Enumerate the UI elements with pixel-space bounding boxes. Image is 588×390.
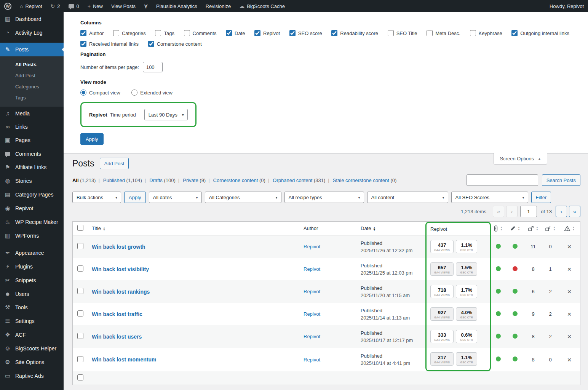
column-toggle[interactable]: Repivot <box>254 30 280 36</box>
post-title-link[interactable]: Win back lost visibility <box>92 266 149 272</box>
column-toggle[interactable]: Outgoing internal links <box>511 30 569 36</box>
column-checkbox[interactable] <box>427 30 433 36</box>
sidebar-item-repivot[interactable]: ◉Repivot <box>0 201 64 215</box>
not-cornerstone-icon[interactable]: × <box>567 332 571 340</box>
filter-published[interactable]: Published (1,104) <box>96 177 142 183</box>
column-header-cornerstone[interactable]: ▲▼ <box>559 222 580 235</box>
updates-link[interactable]: ↻2 <box>46 0 64 12</box>
compact-view-option[interactable]: Compact view <box>80 90 120 96</box>
column-toggle[interactable]: Cornerstone content <box>148 41 202 47</box>
compact-view-radio[interactable] <box>80 90 86 96</box>
column-checkbox[interactable] <box>388 30 394 36</box>
filter-drafts[interactable]: Drafts (100) <box>142 177 176 183</box>
row-checkbox[interactable] <box>77 310 83 316</box>
last-page-button[interactable]: » <box>569 206 580 217</box>
column-checkbox[interactable] <box>148 41 154 47</box>
submenu-add-post[interactable]: Add Post <box>0 70 64 81</box>
column-toggle[interactable]: Categories <box>113 30 146 36</box>
first-page-button[interactable]: « <box>493 206 504 217</box>
view-posts-link[interactable]: View Posts <box>107 0 140 12</box>
column-toggle[interactable]: Readability score <box>331 30 378 36</box>
post-title-link[interactable]: Win back lost traffic <box>92 311 142 317</box>
bulk-apply-button[interactable]: Apply <box>124 192 146 203</box>
column-toggle[interactable]: Date <box>226 30 245 36</box>
bigscoots-cache-link[interactable]: ☁BigScoots Cache <box>235 0 289 12</box>
screen-options-toggle[interactable]: Screen Options▲ <box>494 153 547 165</box>
sidebar-item-wpforms[interactable]: ▥WPForms <box>0 229 64 243</box>
column-header-date[interactable]: Date▲▼ <box>357 222 425 235</box>
sidebar-item-activity-log[interactable]: ◔Activity Log <box>0 26 64 39</box>
post-title-link[interactable]: Win back lost rankings <box>92 289 150 295</box>
submenu-all-posts[interactable]: All Posts <box>0 59 64 70</box>
not-cornerstone-icon[interactable]: × <box>567 310 571 318</box>
column-toggle[interactable]: Received internal links <box>80 41 139 47</box>
column-toggle[interactable]: Author <box>80 30 104 36</box>
column-checkbox[interactable] <box>254 30 260 36</box>
content-filter-select[interactable]: All content▾ <box>367 192 448 203</box>
author-link[interactable]: Repivot <box>304 266 320 272</box>
dates-filter-select[interactable]: All dates▾ <box>149 192 202 203</box>
filter-cornerstone[interactable]: Cornerstone content (0) <box>206 177 265 183</box>
wordpress-menu[interactable]: W <box>0 0 16 12</box>
column-toggle[interactable]: SEO score <box>289 30 322 36</box>
extended-view-option[interactable]: Extended view <box>131 90 173 96</box>
sidebar-item-site-options[interactable]: ⚙Site Options <box>0 355 64 369</box>
post-title-link[interactable]: Win back lost momentum <box>92 356 156 363</box>
filter-stale-cornerstone[interactable]: Stale cornerstone content (0) <box>325 177 396 183</box>
not-cornerstone-icon[interactable]: × <box>567 265 571 273</box>
sidebar-item-category-pages[interactable]: ▤Category Pages <box>0 188 64 201</box>
sidebar-item-raptive-ads[interactable]: ▭Raptive Ads <box>0 369 64 383</box>
column-toggle[interactable]: Keyphrase <box>470 30 502 36</box>
sidebar-item-dashboard[interactable]: ▦Dashboard <box>0 12 64 26</box>
post-title-link[interactable]: Win back lost growth <box>92 244 145 250</box>
author-link[interactable]: Repivot <box>304 357 320 363</box>
submenu-categories[interactable]: Categories <box>0 81 64 92</box>
author-link[interactable]: Repivot <box>304 289 320 294</box>
not-cornerstone-icon[interactable]: × <box>567 288 571 296</box>
time-period-select[interactable]: Last 90 Days▾ <box>144 109 188 120</box>
sidebar-item-appearance[interactable]: ✒Appearance <box>0 246 64 260</box>
new-content-link[interactable]: +New <box>83 0 107 12</box>
author-link[interactable]: Repivot <box>304 334 320 339</box>
add-post-button[interactable]: Add Post <box>100 158 129 169</box>
row-checkbox[interactable] <box>77 333 83 339</box>
column-checkbox[interactable] <box>331 30 337 36</box>
recipe-types-filter-select[interactable]: All recipe types▾ <box>284 192 364 203</box>
sidebar-item-comments[interactable]: Comments <box>0 147 64 160</box>
row-checkbox[interactable] <box>77 243 83 249</box>
sidebar-item-plugins[interactable]: ⚡Plugins <box>0 260 64 273</box>
select-all-checkbox[interactable] <box>77 225 83 231</box>
revisionize-link[interactable]: Revisionize <box>201 0 235 12</box>
site-name-link[interactable]: ⌂Repivot <box>16 0 46 12</box>
items-per-page-input[interactable] <box>143 62 163 72</box>
author-link[interactable]: Repivot <box>304 244 320 249</box>
sidebar-item-stories[interactable]: ◍Stories <box>0 174 64 188</box>
sidebar-item-tools[interactable]: ⚒Tools <box>0 300 64 314</box>
next-page-button[interactable]: › <box>556 206 567 217</box>
screen-options-apply-button[interactable]: Apply <box>80 133 104 145</box>
filter-orphaned[interactable]: Orphaned content (331) <box>265 177 325 183</box>
column-header-seo-score[interactable]: ▲▼ <box>491 222 505 235</box>
column-checkbox[interactable] <box>184 30 190 36</box>
row-checkbox[interactable] <box>77 374 83 380</box>
author-link[interactable]: Repivot <box>304 311 320 317</box>
comments-link[interactable]: 0 <box>64 0 83 12</box>
not-cornerstone-icon[interactable]: × <box>567 356 571 364</box>
search-posts-input[interactable] <box>467 174 538 186</box>
column-checkbox[interactable] <box>226 30 232 36</box>
row-checkbox[interactable] <box>77 288 83 294</box>
column-checkbox[interactable] <box>80 30 86 36</box>
column-header-title[interactable]: Title▲▼ <box>88 222 300 235</box>
column-checkbox[interactable] <box>289 30 296 36</box>
column-checkbox[interactable] <box>470 30 476 36</box>
current-page-input[interactable] <box>520 206 537 217</box>
sidebar-item-pages[interactable]: ▣Pages <box>0 133 64 147</box>
plausible-analytics-link[interactable]: Plausible Analytics <box>152 0 201 12</box>
seo-scores-filter-select[interactable]: All SEO Scores▾ <box>451 192 528 203</box>
not-cornerstone-icon[interactable]: × <box>567 243 571 251</box>
column-toggle[interactable]: Tags <box>155 30 174 36</box>
column-checkbox[interactable] <box>80 41 86 47</box>
filter-all[interactable]: All (1,213) <box>72 177 96 183</box>
column-checkbox[interactable] <box>113 30 119 36</box>
sidebar-item-media[interactable]: ♫Media <box>0 107 64 120</box>
